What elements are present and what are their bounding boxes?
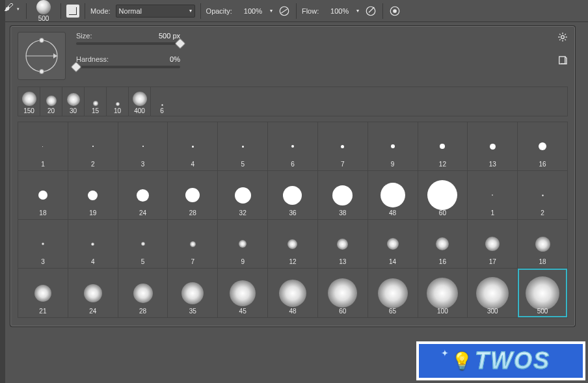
brush-preset-item[interactable]: 3 bbox=[18, 220, 68, 269]
brush-preset-item[interactable]: 38 bbox=[318, 171, 368, 220]
size-label: Size: bbox=[76, 32, 92, 40]
brush-preset-item[interactable]: 5 bbox=[118, 220, 168, 269]
brush-tip-icon bbox=[485, 237, 500, 251]
chevron-down-icon[interactable]: ▾ bbox=[356, 8, 359, 14]
toggle-brush-panel-button[interactable] bbox=[66, 5, 79, 18]
recent-brush-item[interactable]: 15 bbox=[85, 87, 107, 116]
brush-preset-item[interactable]: 3 bbox=[118, 122, 168, 171]
brush-preset-item[interactable]: 18 bbox=[18, 171, 68, 220]
hardness-slider[interactable] bbox=[76, 66, 180, 68]
brush-preset-item[interactable]: 14 bbox=[368, 220, 418, 269]
brush-angle-control[interactable] bbox=[18, 32, 66, 80]
brush-tip-icon bbox=[337, 239, 348, 250]
brush-preset-item[interactable]: 7 bbox=[318, 122, 368, 171]
brush-preset-item[interactable]: 48 bbox=[368, 171, 418, 220]
brush-label: 6 bbox=[160, 107, 164, 114]
blend-mode-select[interactable]: Normal ▾ bbox=[116, 5, 195, 18]
brush-preset-item[interactable]: 7 bbox=[168, 220, 218, 269]
hardness-value[interactable]: 0% bbox=[170, 55, 180, 63]
brush-preset-item[interactable]: 24 bbox=[68, 269, 118, 317]
brush-preset-item[interactable]: 6 bbox=[268, 122, 318, 171]
brush-preset-item[interactable]: 35 bbox=[168, 269, 218, 317]
recent-brush-item[interactable]: 400 bbox=[129, 87, 151, 116]
chevron-down-icon[interactable]: ▾ bbox=[270, 8, 273, 14]
brush-label: 35 bbox=[189, 308, 196, 315]
size-pressure-toggle[interactable] bbox=[388, 5, 401, 18]
brush-preset-item[interactable]: 12 bbox=[268, 220, 318, 269]
brush-preset-item[interactable]: 4 bbox=[168, 122, 218, 171]
svg-point-10 bbox=[40, 70, 44, 74]
brush-preset-item[interactable]: 1 bbox=[18, 122, 68, 171]
brush-preset-item[interactable]: 17 bbox=[468, 220, 518, 269]
lightbulb-icon: 💡 bbox=[451, 351, 472, 371]
brush-preset-item[interactable]: 12 bbox=[418, 122, 468, 171]
opacity-pressure-toggle[interactable] bbox=[278, 5, 291, 18]
brush-preset-item[interactable]: 5 bbox=[218, 122, 268, 171]
brush-preset-item[interactable]: 60 bbox=[318, 269, 368, 317]
flow-value[interactable]: 100% bbox=[324, 5, 351, 18]
brush-tip-icon bbox=[542, 194, 544, 196]
size-value[interactable]: 500 px bbox=[159, 32, 180, 40]
brush-preset-item[interactable]: 2 bbox=[518, 171, 567, 220]
brush-tip-icon bbox=[192, 146, 194, 148]
brush-preset-item[interactable]: 16 bbox=[518, 122, 567, 171]
brush-preset-item[interactable]: 65 bbox=[368, 269, 418, 317]
brush-tip-icon bbox=[88, 191, 98, 200]
brush-preset-item[interactable]: 16 bbox=[418, 220, 468, 269]
recent-brush-item[interactable]: 20 bbox=[40, 87, 62, 116]
brush-preset-item[interactable]: 500 bbox=[518, 269, 567, 317]
brush-preset-item[interactable]: 24 bbox=[118, 171, 168, 220]
brush-tip-icon bbox=[287, 239, 297, 249]
brush-label: 5 bbox=[241, 161, 245, 168]
opacity-value[interactable]: 100% bbox=[237, 5, 265, 18]
brush-tip-icon bbox=[181, 282, 204, 304]
brush-tip-icon bbox=[93, 101, 98, 106]
brush-label: 12 bbox=[289, 258, 296, 265]
flyout-menu-button[interactable] bbox=[556, 31, 569, 44]
brush-tool-indicator[interactable]: 🖌 ▾ bbox=[4, 1, 21, 20]
brush-label: 13 bbox=[339, 258, 346, 265]
brush-preset-item[interactable]: 60 bbox=[418, 171, 468, 220]
brush-preset-item[interactable]: 19 bbox=[68, 171, 118, 220]
brush-tip-icon bbox=[46, 96, 57, 106]
brush-preset-item[interactable]: 32 bbox=[218, 171, 268, 220]
brush-label: 100 bbox=[437, 308, 448, 315]
brush-preset-item[interactable]: 28 bbox=[118, 269, 168, 317]
brush-tip-icon bbox=[91, 243, 94, 246]
brush-preset-item[interactable]: 21 bbox=[18, 269, 68, 317]
brush-label: 32 bbox=[239, 209, 247, 217]
brush-tip-icon bbox=[427, 180, 457, 210]
recent-brush-item[interactable]: 10 bbox=[107, 87, 129, 116]
brush-preset-item[interactable]: 4 bbox=[68, 220, 118, 269]
brush-preset-item[interactable]: 300 bbox=[468, 269, 518, 317]
new-preset-button[interactable] bbox=[556, 54, 569, 67]
brush-preset-item[interactable]: 9 bbox=[218, 220, 268, 269]
brush-preset-item[interactable]: 28 bbox=[168, 171, 218, 220]
brush-preset-button[interactable]: 500 bbox=[32, 0, 55, 22]
brush-preset-item[interactable]: 9 bbox=[368, 122, 418, 171]
brush-preset-item[interactable]: 48 bbox=[268, 269, 318, 317]
brush-preset-item[interactable]: 18 bbox=[518, 220, 567, 269]
recent-brush-item[interactable]: 150 bbox=[18, 87, 40, 116]
brush-tip-icon bbox=[230, 280, 256, 306]
brush-label: 4 bbox=[91, 258, 95, 265]
recent-brush-item[interactable]: 30 bbox=[62, 87, 85, 116]
brush-preset-item[interactable]: 100 bbox=[418, 269, 468, 317]
brush-tip-icon bbox=[440, 144, 445, 149]
brush-preset-item[interactable]: 45 bbox=[218, 269, 268, 317]
brush-thumbnail-icon bbox=[36, 0, 51, 14]
brush-label: 300 bbox=[487, 308, 498, 315]
brush-preset-item[interactable]: 13 bbox=[468, 122, 518, 171]
brush-preset-item[interactable]: 36 bbox=[268, 171, 318, 220]
twos-text: TWOS bbox=[475, 347, 550, 375]
slider-thumb-icon[interactable] bbox=[71, 62, 82, 73]
brush-label: 30 bbox=[70, 107, 77, 114]
size-slider[interactable] bbox=[76, 42, 180, 45]
recent-brush-item[interactable]: 6 bbox=[151, 87, 173, 116]
brush-preset-item[interactable]: 2 bbox=[68, 122, 118, 171]
brush-preset-item[interactable]: 13 bbox=[318, 220, 368, 269]
airbrush-toggle[interactable] bbox=[364, 5, 377, 18]
brush-preset-item[interactable]: 1 bbox=[468, 171, 518, 220]
slider-thumb-icon[interactable] bbox=[175, 38, 186, 49]
brush-label: 10 bbox=[114, 107, 121, 114]
